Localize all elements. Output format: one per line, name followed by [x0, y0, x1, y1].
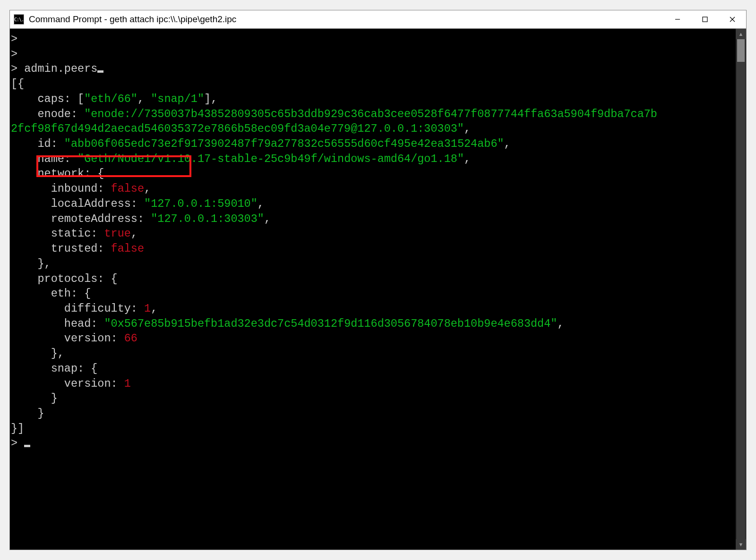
- caps-val2: "snap/1": [151, 93, 204, 105]
- close-brace: }: [51, 347, 58, 360]
- close-brace: }: [37, 257, 44, 270]
- command-text: admin.peers: [24, 62, 97, 75]
- version-key: version:: [64, 377, 124, 390]
- head-key: head:: [64, 317, 104, 330]
- caps-sep: ,: [137, 93, 151, 105]
- comma: ,: [504, 137, 511, 150]
- localaddr-val: "127.0.0.1:59010": [144, 197, 258, 210]
- comma: ,: [264, 212, 271, 225]
- close-button[interactable]: [719, 10, 746, 28]
- prompt-line: >: [11, 33, 17, 45]
- scroll-up-icon[interactable]: ▲: [736, 29, 746, 39]
- scrollbar-thumb[interactable]: [737, 39, 745, 62]
- comma: ,: [258, 197, 264, 210]
- snap-key: snap: {: [51, 362, 98, 375]
- caps-key: caps:: [37, 93, 77, 105]
- maximize-button[interactable]: [691, 10, 719, 28]
- comma: ,: [464, 153, 471, 165]
- close-brace: }: [37, 407, 44, 420]
- app-icon: C:\.: [14, 14, 24, 25]
- head-val: "0x567e85b915befb1ad32e3dc7c54d0312f9d11…: [104, 317, 557, 330]
- caps-bracket: [: [77, 93, 84, 105]
- window-title: Command Prompt - geth attach ipc:\\.\pip…: [29, 14, 664, 25]
- id-key: id:: [37, 137, 64, 150]
- snap-version-val: 1: [124, 377, 131, 390]
- window-controls: [664, 10, 746, 28]
- id-val: "abb06f065edc73e2f9173902487f79a277832c5…: [64, 137, 504, 150]
- remoteaddr-key: remoteAddress:: [51, 212, 151, 225]
- comma: ,: [131, 227, 137, 240]
- window-titlebar: C:\. Command Prompt - geth attach ipc:\\…: [10, 10, 746, 28]
- cursor-icon: [97, 70, 103, 73]
- static-val: true: [104, 227, 130, 240]
- terminal-wrap: > > > admin.peers [{ caps: ["eth/66", "s…: [10, 28, 746, 550]
- inbound-val: false: [111, 182, 145, 195]
- protocols-key: protocols: {: [37, 272, 117, 285]
- localaddr-key: localAddress:: [51, 197, 144, 210]
- close-array: }]: [11, 422, 24, 435]
- name-val: "Geth/Node1/v1.10.17-stable-25c9b49f/win…: [77, 153, 464, 165]
- static-key: static:: [51, 227, 104, 240]
- svg-rect-1: [703, 17, 707, 22]
- comma: ,: [557, 317, 564, 330]
- cursor-icon: [24, 445, 30, 447]
- comma: ,: [151, 302, 157, 315]
- caps-close: ]: [204, 93, 211, 105]
- network-key: network: {: [37, 167, 104, 180]
- name-key: name:: [37, 153, 77, 165]
- scrollbar-track[interactable]: [737, 38, 745, 540]
- trusted-key: trusted:: [51, 242, 111, 255]
- close-brace: }: [51, 392, 58, 405]
- prompt-line: >: [11, 437, 17, 450]
- inbound-key: inbound:: [51, 182, 111, 195]
- output-bracket: [{: [11, 77, 24, 90]
- terminal[interactable]: > > > admin.peers [{ caps: ["eth/66", "s…: [10, 29, 736, 550]
- remoteaddr-val: "127.0.0.1:30303": [151, 212, 264, 225]
- eth-version-val: 66: [124, 332, 137, 345]
- caps-val1: "eth/66": [84, 93, 137, 105]
- enode-key: enode:: [37, 108, 84, 120]
- comma: ,: [44, 257, 51, 270]
- trusted-val: false: [111, 242, 145, 255]
- comma: ,: [464, 122, 471, 135]
- scroll-down-icon[interactable]: ▼: [736, 539, 746, 550]
- comma: ,: [211, 93, 217, 105]
- version-key: version:: [64, 332, 124, 345]
- minimize-button[interactable]: [664, 10, 691, 28]
- difficulty-key: difficulty:: [64, 302, 144, 315]
- prompt-line: >: [11, 62, 17, 75]
- scrollbar[interactable]: ▲ ▼: [736, 29, 746, 550]
- comma: ,: [58, 347, 64, 360]
- eth-key: eth: {: [51, 287, 91, 300]
- comma: ,: [144, 182, 151, 195]
- command-prompt-window: C:\. Command Prompt - geth attach ipc:\\…: [9, 10, 747, 550]
- difficulty-val: 1: [144, 302, 151, 315]
- prompt-line: >: [11, 48, 17, 60]
- enode-val: "enode://7350037b43852809305c65b3ddb929c…: [11, 108, 657, 136]
